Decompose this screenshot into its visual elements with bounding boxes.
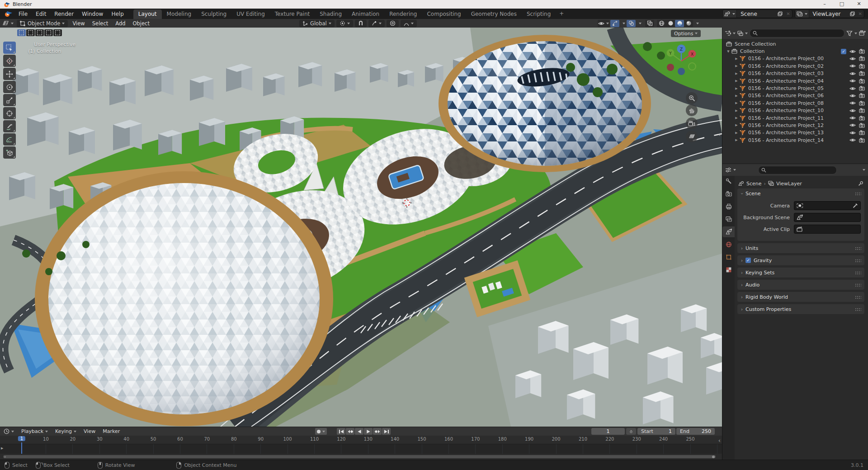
properties-options-dropdown[interactable] xyxy=(863,169,865,171)
properties-search-input[interactable] xyxy=(758,166,837,174)
visibility-dropdown[interactable] xyxy=(598,20,609,27)
expand-arrow-icon[interactable]: ▶ xyxy=(734,79,739,83)
panel-drag-dots[interactable] xyxy=(855,192,861,195)
hide-eye-icon[interactable] xyxy=(849,94,856,98)
disable-render-camera-icon[interactable] xyxy=(859,130,865,135)
timeline-tick[interactable]: 10 xyxy=(43,437,49,442)
viewport-menu-item[interactable]: Object xyxy=(129,20,153,27)
workspace-tab[interactable]: Rendering xyxy=(384,9,422,19)
property-field[interactable] xyxy=(794,225,861,234)
viewlayer-name[interactable]: ViewLayer xyxy=(809,11,848,17)
timeline-tick[interactable]: 70 xyxy=(204,437,210,442)
zoom-button[interactable] xyxy=(686,92,698,104)
hide-eye-icon[interactable] xyxy=(849,101,856,105)
properties-tab[interactable] xyxy=(722,188,735,199)
timeline-tick[interactable]: 180 xyxy=(498,437,507,442)
frame-start-field[interactable]: Start 1 xyxy=(637,428,675,435)
close-button[interactable]: ✕ xyxy=(850,0,868,9)
panel-checkbox[interactable]: ✓ xyxy=(745,258,751,263)
transport-button[interactable] xyxy=(373,428,382,435)
hide-eye-icon[interactable] xyxy=(849,56,856,61)
timeline-track[interactable]: ▶ xyxy=(0,444,722,454)
toggle-xray-button[interactable] xyxy=(645,20,654,27)
timeline-ruler[interactable]: 1102030405060708090100110120130140150160… xyxy=(0,436,722,444)
scene-browse-button[interactable] xyxy=(723,10,737,18)
tool-button[interactable] xyxy=(3,107,16,119)
select-mode-button[interactable] xyxy=(44,29,53,36)
panel-header[interactable]: › ✓ Gravity xyxy=(737,255,864,265)
timeline-tick[interactable]: 220 xyxy=(605,437,614,442)
timeline-playhead[interactable] xyxy=(21,442,22,454)
timeline-tick[interactable]: 20 xyxy=(70,437,75,442)
auto-keying-button[interactable] xyxy=(315,428,327,435)
disable-render-camera-icon[interactable] xyxy=(859,123,865,128)
viewport-3d[interactable]: User Perspective (1) Collection xyxy=(0,28,722,427)
property-field[interactable] xyxy=(794,201,861,210)
select-mode-button[interactable] xyxy=(26,29,35,36)
hide-eye-icon[interactable] xyxy=(849,71,856,76)
timeline-tick[interactable]: 120 xyxy=(337,437,345,442)
tool-button[interactable] xyxy=(3,133,16,146)
workspace-tab[interactable]: Layout xyxy=(133,9,162,19)
topbar-menu-item[interactable]: Window xyxy=(78,10,107,18)
expand-arrow-icon[interactable]: ▶ xyxy=(734,116,739,120)
tool-button[interactable] xyxy=(3,68,16,80)
outliner-object-row[interactable]: ▶ 0156 - Architecture Project_03 xyxy=(722,70,868,77)
outliner-object-row[interactable]: ▶ 0156 - Architecture Project_04 xyxy=(722,77,868,85)
expand-arrow-icon[interactable]: ▶ xyxy=(734,123,739,127)
timeline-tick[interactable]: 210 xyxy=(579,437,587,442)
disable-render-camera-icon[interactable] xyxy=(859,49,865,54)
timeline-tick[interactable]: 140 xyxy=(391,437,399,442)
viewport-3d-scene[interactable] xyxy=(0,28,722,427)
scene-panel-header[interactable]: › Scene xyxy=(737,188,864,198)
properties-tab[interactable] xyxy=(722,239,735,250)
timeline-menu-item[interactable]: Keying xyxy=(52,428,80,434)
timeline-tick[interactable]: 1 xyxy=(18,436,25,441)
workspace-tab[interactable]: Geometry Nodes xyxy=(466,9,522,19)
add-workspace-button[interactable]: + xyxy=(556,9,567,19)
hide-eye-icon[interactable] xyxy=(849,79,856,83)
current-frame-field[interactable]: 1 xyxy=(591,428,625,435)
overlays-dropdown[interactable] xyxy=(637,20,642,27)
tool-button[interactable] xyxy=(3,120,16,132)
panel-header[interactable]: › Audio xyxy=(737,280,864,290)
keying-dropdown[interactable] xyxy=(322,431,325,432)
shading-mode-button[interactable] xyxy=(675,20,684,27)
maximize-button[interactable]: □ xyxy=(833,0,851,9)
new-scene-icon[interactable] xyxy=(776,11,784,16)
camera-view-button[interactable] xyxy=(686,118,698,129)
use-preview-range-button[interactable] xyxy=(626,428,636,435)
panel-drag-dots[interactable] xyxy=(855,308,861,311)
outliner-object-row[interactable]: ▶ 0156 - Architecture Project_08 xyxy=(722,99,868,107)
hide-eye-icon[interactable] xyxy=(849,86,856,91)
disable-render-camera-icon[interactable] xyxy=(859,86,865,91)
shading-mode-button[interactable] xyxy=(657,20,666,27)
panel-header[interactable]: › Units xyxy=(737,243,864,253)
panel-header[interactable]: › Keying Sets xyxy=(737,268,864,277)
timeline-tick[interactable]: 30 xyxy=(97,437,103,442)
collection-row[interactable]: ▼ Collection ✓ xyxy=(722,47,868,55)
timeline-scrollbar[interactable] xyxy=(3,455,716,458)
remove-viewlayer-icon[interactable]: ✕ xyxy=(857,11,864,16)
unlink-scene-icon[interactable]: ✕ xyxy=(784,11,792,16)
scene-selector[interactable]: Scene ✕ xyxy=(722,9,792,18)
pin-icon[interactable] xyxy=(858,181,863,186)
transport-button[interactable] xyxy=(355,428,363,435)
timeline-editor-type-button[interactable] xyxy=(0,428,18,434)
shading-mode-button[interactable] xyxy=(684,20,693,27)
property-field[interactable] xyxy=(794,213,861,222)
disable-render-camera-icon[interactable] xyxy=(859,56,865,61)
timeline-tick[interactable]: 60 xyxy=(177,437,183,442)
panel-drag-dots[interactable] xyxy=(855,271,861,274)
viewlayer-selector[interactable]: ViewLayer ✕ xyxy=(795,9,864,18)
timeline-tick[interactable]: 200 xyxy=(552,437,561,442)
new-collection-button[interactable] xyxy=(859,30,866,36)
timeline-tick[interactable]: 230 xyxy=(632,437,641,442)
hide-eye-icon[interactable] xyxy=(849,138,856,142)
topbar-menu-item[interactable]: Help xyxy=(107,10,127,18)
disable-render-camera-icon[interactable] xyxy=(859,138,865,143)
navigation-gizmo[interactable]: Z Y X xyxy=(664,42,699,78)
panel-drag-dots[interactable] xyxy=(855,283,861,287)
properties-tab[interactable] xyxy=(722,201,735,212)
new-viewlayer-icon[interactable] xyxy=(848,11,857,16)
